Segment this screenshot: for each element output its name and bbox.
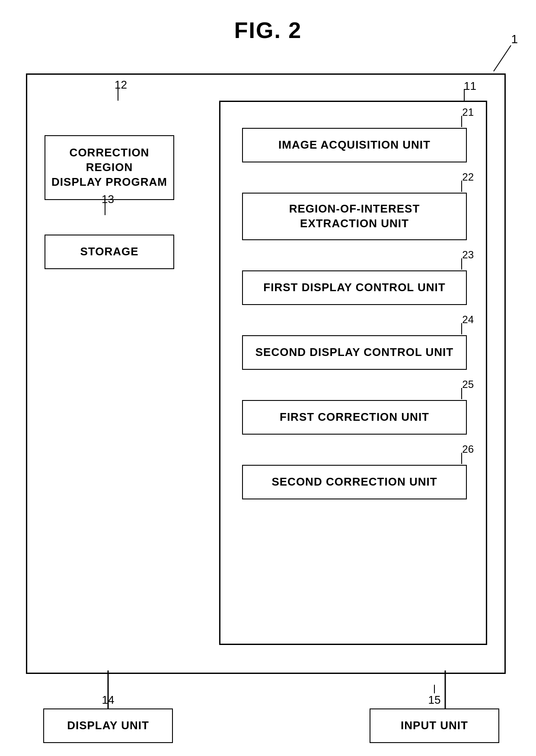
label-14-tick	[107, 685, 109, 693]
unit-24-label: 24	[462, 314, 474, 326]
unit-26-label: 26	[462, 443, 474, 455]
page: FIG. 2 1 12 CORRECTION REGIONDISPLAY PRO…	[0, 0, 536, 756]
storage-label: STORAGE	[80, 245, 138, 259]
display-unit-box: DISPLAY UNIT	[43, 708, 173, 743]
input-unit-label: INPUT UNIT	[401, 718, 468, 733]
svg-line-0	[494, 45, 511, 71]
unit-25-row: 25 FIRST CORRECTION UNIT	[242, 400, 467, 435]
second-correction-unit-label: SECOND CORRECTION UNIT	[271, 475, 437, 489]
unit-23-label: 23	[462, 249, 474, 261]
label-15-tick	[434, 685, 435, 693]
label-13: 13	[102, 193, 114, 206]
image-acquisition-unit-box: IMAGE ACQUISITION UNIT	[242, 128, 467, 162]
first-correction-unit-label: FIRST CORRECTION UNIT	[280, 410, 429, 425]
first-display-control-unit-box: FIRST DISPLAY CONTROL UNIT	[242, 270, 467, 305]
unit-21-row: 21 IMAGE ACQUISITION UNIT	[242, 128, 467, 162]
unit-22-label: 22	[462, 171, 474, 183]
input-unit-section: 15 INPUT UNIT	[370, 685, 499, 743]
label-1-line	[481, 41, 515, 76]
storage-box: STORAGE	[45, 235, 174, 269]
figure-title: FIG. 2	[0, 0, 536, 43]
unit-23-row: 23 FIRST DISPLAY CONTROL UNIT	[242, 270, 467, 305]
second-display-control-unit-box: SECOND DISPLAY CONTROL UNIT	[242, 335, 467, 370]
label-14: 14	[43, 693, 173, 707]
second-display-control-unit-label: SECOND DISPLAY CONTROL UNIT	[255, 345, 453, 360]
unit-24-row: 24 SECOND DISPLAY CONTROL UNIT	[242, 335, 467, 370]
unit-21-label: 21	[462, 106, 474, 118]
first-display-control-unit-label: FIRST DISPLAY CONTROL UNIT	[263, 280, 445, 295]
unit-25-label: 25	[462, 378, 474, 391]
right-section: 11 21 IMAGE ACQUISITION UNIT 22 REGION-O…	[219, 101, 487, 645]
unit-26-row: 26 SECOND CORRECTION UNIT	[242, 465, 467, 499]
roi-extraction-unit-box: REGION-OF-INTERESTEXTRACTION UNIT	[242, 193, 467, 240]
label-12: 12	[115, 78, 127, 92]
unit-22-row: 22 REGION-OF-INTERESTEXTRACTION UNIT	[242, 193, 467, 240]
roi-extraction-unit-label: REGION-OF-INTERESTEXTRACTION UNIT	[289, 202, 420, 231]
display-unit-section: 14 DISPLAY UNIT	[43, 685, 173, 743]
label-11: 11	[464, 79, 476, 93]
first-correction-unit-box: FIRST CORRECTION UNIT	[242, 400, 467, 435]
label-outer: 1	[511, 32, 518, 46]
second-correction-unit-box: SECOND CORRECTION UNIT	[242, 465, 467, 499]
display-unit-label: DISPLAY UNIT	[67, 718, 149, 733]
image-acquisition-unit-label: IMAGE ACQUISITION UNIT	[278, 138, 431, 152]
left-section: 12 CORRECTION REGIONDISPLAY PROGRAM 13 S…	[45, 101, 191, 269]
correction-program-label: CORRECTION REGIONDISPLAY PROGRAM	[45, 146, 173, 189]
outer-box: 12 CORRECTION REGIONDISPLAY PROGRAM 13 S…	[26, 73, 506, 674]
input-unit-box: INPUT UNIT	[370, 708, 499, 743]
label-15: 15	[370, 693, 499, 707]
correction-program-box: CORRECTION REGIONDISPLAY PROGRAM	[45, 135, 174, 200]
